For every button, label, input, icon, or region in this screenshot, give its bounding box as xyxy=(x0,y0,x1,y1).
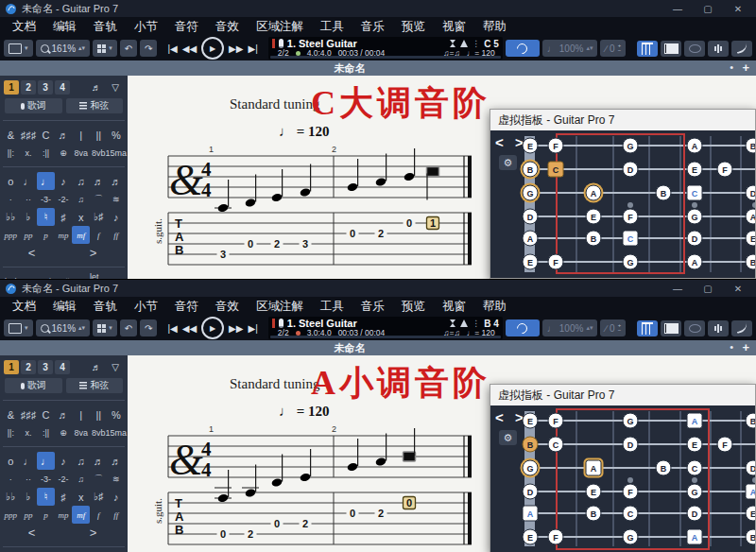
close-button[interactable]: ✕ xyxy=(726,284,750,294)
fretboard-note-B[interactable]: B xyxy=(586,506,602,522)
palette-mp[interactable]: mp xyxy=(55,226,73,244)
page-view-button[interactable]: ▾ xyxy=(4,40,33,57)
tuner-panel-button[interactable] xyxy=(708,41,729,57)
palette-microtone[interactable]: ♭♯ xyxy=(90,208,108,226)
voice-button-3[interactable]: 3 xyxy=(38,80,53,95)
menu-音轨[interactable]: 音轨 xyxy=(85,19,126,35)
palette-tie[interactable]: ⌒ xyxy=(90,470,108,488)
palette-grace[interactable]: ♪ xyxy=(108,208,126,226)
palette-repeat-close[interactable]: :|| xyxy=(37,144,55,162)
palette-octave-up[interactable]: 8va xyxy=(72,144,90,162)
note[interactable] xyxy=(375,457,387,467)
palette-natural[interactable]: ♮ xyxy=(37,488,55,506)
notation-system[interactable]: &4412s.guit.TAB0202020 xyxy=(154,425,513,552)
palette-thirty-second-note[interactable]: ♬ xyxy=(90,172,108,190)
palette-clef[interactable]: & xyxy=(2,405,20,423)
palette-ppp[interactable]: ppp xyxy=(2,226,20,244)
countdown-icon[interactable] xyxy=(450,40,456,47)
palette-time-signature[interactable]: C xyxy=(37,405,55,423)
fretboard-note-D[interactable]: D xyxy=(687,506,703,522)
menu-预览[interactable]: 预览 xyxy=(393,299,434,315)
palette-ghost-note[interactable]: (♩) xyxy=(2,272,20,279)
menu-帮助[interactable]: 帮助 xyxy=(474,299,515,315)
fretboard-note-G[interactable]: G xyxy=(687,209,703,225)
fretboard-note-F[interactable]: F xyxy=(623,484,639,500)
palette-whole-note[interactable]: o xyxy=(2,172,20,190)
palette-quindicesima[interactable]: 15ma xyxy=(108,144,126,162)
redo-button[interactable]: ↷ xyxy=(140,40,157,57)
palette-triplet[interactable]: -3- xyxy=(37,190,55,208)
palette-p[interactable]: p xyxy=(37,226,55,244)
note[interactable] xyxy=(245,488,257,498)
palette-natural[interactable]: ♮ xyxy=(37,208,55,226)
loop-button[interactable] xyxy=(506,319,540,336)
fretboard-note-C[interactable]: C xyxy=(548,437,564,453)
fretboard-note-B[interactable]: B xyxy=(746,413,756,429)
menu-音符[interactable]: 音符 xyxy=(166,19,207,35)
fretboard-note-G[interactable]: G xyxy=(523,460,539,476)
fretboard-note-B[interactable]: B xyxy=(656,460,672,476)
palette-sixty-fourth-note[interactable]: ♬ xyxy=(108,452,126,470)
fretboard-note-B[interactable]: B xyxy=(746,138,756,154)
fretboard-note-G[interactable]: G xyxy=(687,484,703,500)
palette-crescendo[interactable]: < xyxy=(2,524,63,542)
palette-beam[interactable]: ♫ xyxy=(72,190,90,208)
drums-panel-button[interactable] xyxy=(684,41,705,57)
keyboard-panel-button[interactable] xyxy=(661,41,681,57)
palette-tremolo[interactable]: ≋ xyxy=(108,190,126,208)
palette-dotted-note[interactable]: · xyxy=(2,190,20,208)
relative-tempo-control[interactable]: ♩ 100%▴▾ xyxy=(542,40,598,57)
speed-trainer-control[interactable]: ∕ 0 +− xyxy=(600,40,626,57)
note[interactable] xyxy=(217,493,230,504)
note[interactable] xyxy=(375,177,387,187)
fretboard-note-A[interactable]: A xyxy=(687,529,703,545)
fretboard-note-A[interactable]: A xyxy=(523,506,539,522)
fretboard-note-G[interactable]: G xyxy=(623,254,639,270)
loop-button[interactable] xyxy=(506,40,540,57)
lyrics-button[interactable]: 歌词 xyxy=(5,378,62,393)
palette-palm-mute[interactable]: P.M. xyxy=(108,272,126,279)
minimize-button[interactable]: — xyxy=(665,4,690,14)
palette-sharp[interactable]: ♯ xyxy=(55,208,73,226)
palette-beam[interactable]: ♫ xyxy=(72,470,90,488)
palette-heavy-accent[interactable]: ♩ˇ xyxy=(55,272,73,279)
palette-ff[interactable]: ff xyxy=(108,226,126,244)
menu-音轨[interactable]: 音轨 xyxy=(85,299,126,315)
note[interactable] xyxy=(217,203,230,214)
palette-duplet[interactable]: -2- xyxy=(55,470,73,488)
menu-音乐[interactable]: 音乐 xyxy=(352,299,393,315)
palette-double-flat[interactable]: ♭♭ xyxy=(2,208,20,226)
page-view-button[interactable]: ▾ xyxy=(4,319,33,336)
palette-coda[interactable]: ⊕ xyxy=(55,144,73,162)
tuner-panel-button[interactable] xyxy=(708,320,729,336)
fretboard-note-A[interactable]: A xyxy=(523,231,539,247)
menu-预览[interactable]: 预览 xyxy=(393,19,434,35)
menu-小节[interactable]: 小节 xyxy=(126,299,166,315)
palette-barline[interactable]: | xyxy=(72,405,90,423)
fretboard-note-D[interactable]: D xyxy=(746,185,756,201)
notation-system[interactable]: &4412s.guit.TAB30230201 xyxy=(154,146,513,278)
note[interactable] xyxy=(300,187,312,198)
fretboard-note-A[interactable]: A xyxy=(687,413,703,429)
palette-accent[interactable]: ♩ˆ xyxy=(37,272,55,279)
palette-clef[interactable]: & xyxy=(2,126,20,144)
relative-tempo-control[interactable]: ♩ 100%▴▾ xyxy=(542,319,598,336)
palette-double-sharp[interactable]: x xyxy=(72,488,90,506)
fretboard-note-C[interactable]: C xyxy=(687,185,703,201)
play-button[interactable]: ▶ xyxy=(201,317,224,339)
palette-time-signature[interactable]: C xyxy=(37,126,55,144)
fretboard-note-A[interactable]: A xyxy=(687,254,703,270)
fretboard-settings-button[interactable]: ⚙ xyxy=(499,430,517,445)
palette-repeat-measure[interactable]: % xyxy=(108,405,126,423)
menu-音效[interactable]: 音效 xyxy=(207,299,248,315)
palette-flat[interactable]: ♭ xyxy=(20,208,38,226)
palette-sharp[interactable]: ♯ xyxy=(55,488,73,506)
palette-decrescendo[interactable]: > xyxy=(63,524,125,542)
palette-alternate-ending[interactable]: x. xyxy=(20,144,38,162)
voice-button-4[interactable]: 4 xyxy=(55,360,70,374)
fretboard[interactable]: EFGABBCDEFGABCDDEFGAABCDEEFGAB xyxy=(524,130,755,278)
fretboard-note-G[interactable]: G xyxy=(623,529,639,545)
palette-triplet[interactable]: -3- xyxy=(37,470,55,488)
rewind-button[interactable]: ◀◀ xyxy=(182,323,197,334)
go-last-button[interactable]: ▶| xyxy=(249,43,258,54)
